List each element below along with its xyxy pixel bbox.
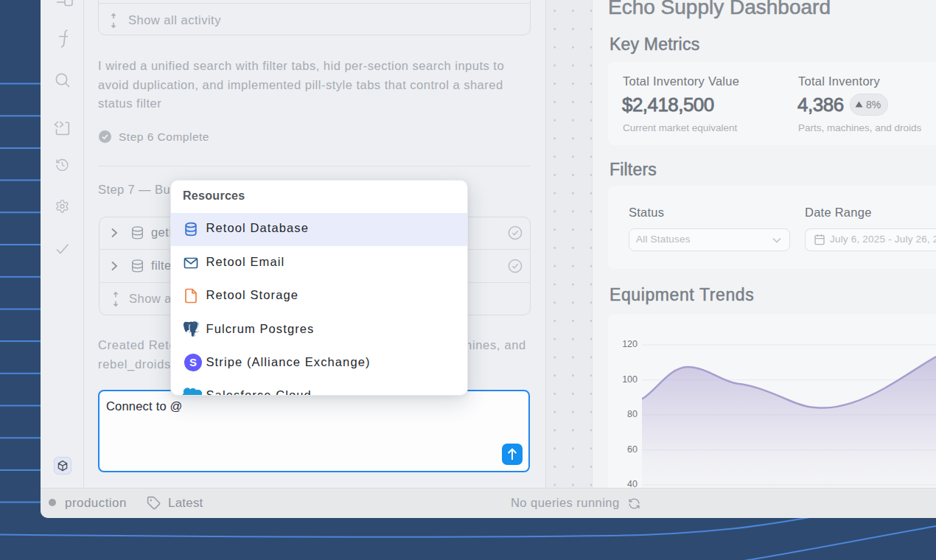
svg-text:S: S <box>189 356 196 368</box>
